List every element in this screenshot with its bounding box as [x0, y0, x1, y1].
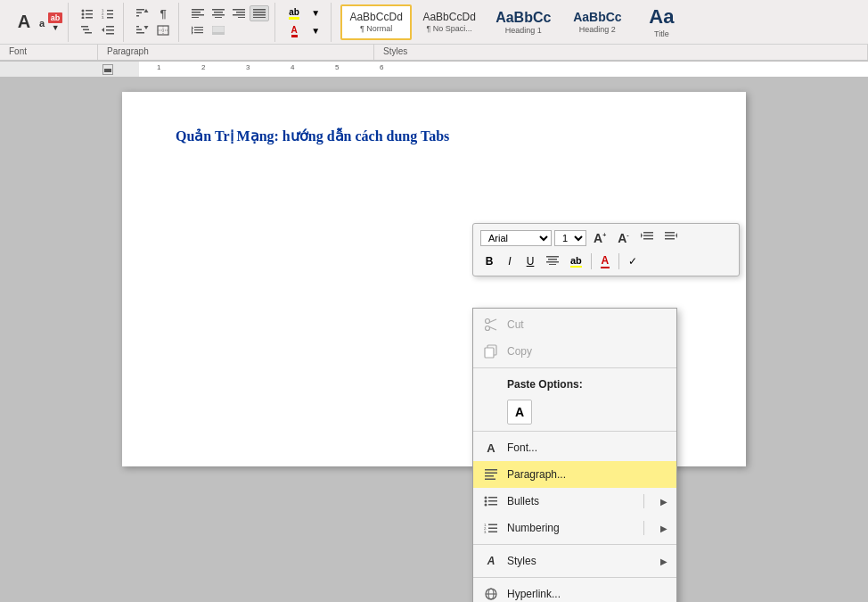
ctx-separator-4 — [473, 577, 676, 578]
svg-rect-36 — [212, 14, 225, 16]
align-left-btn[interactable] — [188, 5, 208, 21]
style-heading1-btn[interactable]: AaBbCc Heading 1 — [487, 4, 560, 40]
style-no-spacing-btn[interactable]: AaBbCcDd ¶ No Spaci... — [414, 4, 485, 40]
svg-marker-55 — [641, 233, 643, 238]
paste-box-btn[interactable]: A — [507, 400, 532, 425]
ctx-separator-3 — [473, 544, 676, 545]
style-title-btn[interactable]: Aa Title — [635, 4, 688, 40]
svg-rect-25 — [136, 32, 144, 34]
show-hide-btn[interactable]: ¶ — [153, 5, 173, 21]
svg-rect-41 — [238, 17, 245, 18]
font-color-btn[interactable]: A — [284, 23, 304, 39]
svg-rect-40 — [233, 14, 245, 16]
sort-btn[interactable] — [133, 5, 152, 21]
shading-btn[interactable] — [209, 22, 228, 38]
section-label-paragraph: Paragraph — [98, 45, 374, 60]
svg-rect-51 — [212, 32, 225, 35]
sort-group: ¶ — [127, 3, 179, 42]
svg-rect-23 — [136, 26, 139, 28]
svg-rect-12 — [81, 26, 88, 28]
svg-rect-56 — [665, 232, 675, 234]
mini-font-selector[interactable]: Arial — [480, 230, 552, 246]
mini-font-color-btn[interactable]: A — [596, 252, 614, 270]
mini-underline-btn[interactable]: U — [521, 253, 539, 269]
svg-line-67 — [489, 327, 496, 331]
svg-rect-32 — [192, 14, 204, 16]
svg-rect-9 — [107, 13, 113, 15]
style-heading2-btn[interactable]: AaBbCc Heading 2 — [561, 4, 633, 40]
ruler-inner: 1 2 3 4 5 6 — [139, 62, 868, 78]
section-labels-row: Font Paragraph Styles — [0, 45, 868, 61]
svg-point-4 — [82, 17, 85, 20]
highlight-dropdown-btn[interactable]: ▼ — [306, 5, 325, 21]
svg-point-0 — [82, 10, 85, 12]
mini-bold-btn[interactable]: B — [480, 253, 498, 269]
align-right-btn[interactable] — [229, 5, 249, 21]
svg-rect-72 — [485, 475, 494, 477]
numbering-btn[interactable]: 1. 2. 3. — [98, 5, 118, 21]
style-normal-btn[interactable]: AaBbCcDd ¶ Normal — [340, 4, 412, 40]
svg-rect-63 — [549, 264, 556, 265]
font-color-dropdown-btn[interactable]: ▼ — [306, 23, 325, 39]
svg-rect-73 — [485, 479, 495, 481]
svg-marker-22 — [144, 9, 149, 12]
styles-arrow: ▶ — [660, 557, 667, 566]
list-buttons-group: 1. 2. 3. — [72, 3, 124, 42]
context-menu-paragraph[interactable]: Paragraph... — [473, 461, 676, 488]
mini-highlight-btn[interactable]: ab — [566, 253, 586, 269]
highlight-btn[interactable]: ab — [284, 5, 304, 21]
mini-grow-font-btn[interactable]: A+ — [589, 229, 610, 247]
context-menu-numbering[interactable]: 1. 2. 3. Numbering ▶ — [473, 515, 676, 541]
mini-align-btn[interactable] — [542, 253, 563, 269]
context-menu-paste-options: Paste Options: — [473, 371, 676, 398]
svg-rect-83 — [488, 528, 497, 530]
svg-rect-69 — [485, 348, 494, 358]
paste-icon — [482, 375, 500, 393]
svg-rect-60 — [546, 256, 559, 258]
context-menu-hyperlink[interactable]: Hyperlink... — [473, 581, 676, 602]
copy-label: Copy — [507, 345, 667, 358]
svg-rect-24 — [136, 29, 142, 31]
svg-rect-17 — [106, 33, 114, 35]
mini-clear-format-btn[interactable]: ✓ — [624, 253, 642, 269]
svg-rect-31 — [192, 12, 201, 13]
paragraph-icon — [482, 466, 500, 483]
mini-shrink-font-btn[interactable]: A- — [613, 229, 633, 247]
hyperlink-label: Hyperlink... — [507, 588, 667, 600]
mini-italic-btn[interactable]: I — [501, 253, 519, 269]
svg-rect-13 — [83, 29, 89, 31]
context-menu-cut[interactable]: Cut — [473, 311, 676, 338]
svg-rect-53 — [643, 235, 653, 236]
svg-rect-14 — [85, 32, 92, 34]
svg-marker-18 — [102, 28, 104, 32]
context-menu-font[interactable]: A Font... — [473, 434, 676, 461]
cut-label: Cut — [507, 318, 667, 331]
svg-rect-45 — [253, 17, 266, 18]
bullets-btn[interactable] — [78, 5, 97, 21]
font-size-large[interactable]: A — [11, 5, 37, 39]
mini-outdent-btn[interactable] — [660, 230, 682, 247]
styles-label-text: Styles — [507, 555, 577, 567]
svg-rect-52 — [643, 232, 653, 234]
svg-rect-44 — [253, 14, 266, 16]
ctx-separator-1 — [473, 367, 676, 368]
svg-point-64 — [486, 319, 490, 324]
align-center-btn[interactable] — [209, 5, 228, 21]
document-area: Quản Trị Mạng: hướng dẫn cách dung Tabs … — [0, 78, 868, 564]
svg-rect-1 — [86, 10, 93, 12]
context-menu-styles[interactable]: A Styles ▶ — [473, 548, 676, 574]
decrease-indent-btn[interactable] — [98, 22, 118, 38]
context-menu-copy[interactable]: Copy — [473, 338, 676, 365]
align-justify-btn[interactable] — [250, 5, 269, 21]
numbering-arrow: ▶ — [660, 524, 667, 533]
sort-desc-btn[interactable] — [133, 22, 152, 38]
context-menu-bullets[interactable]: Bullets ▶ — [473, 488, 676, 515]
line-spacing-btn[interactable] — [188, 22, 208, 38]
font-size-group: A a ab ▼ — [5, 3, 69, 42]
mini-size-selector[interactable]: 10 — [554, 230, 586, 246]
borders-btn[interactable] — [153, 22, 173, 38]
mini-indent-btn[interactable] — [636, 230, 658, 247]
ruler: 1 2 3 4 5 6 — [0, 62, 868, 78]
multilevel-btn[interactable] — [78, 22, 97, 38]
svg-line-66 — [489, 319, 496, 323]
